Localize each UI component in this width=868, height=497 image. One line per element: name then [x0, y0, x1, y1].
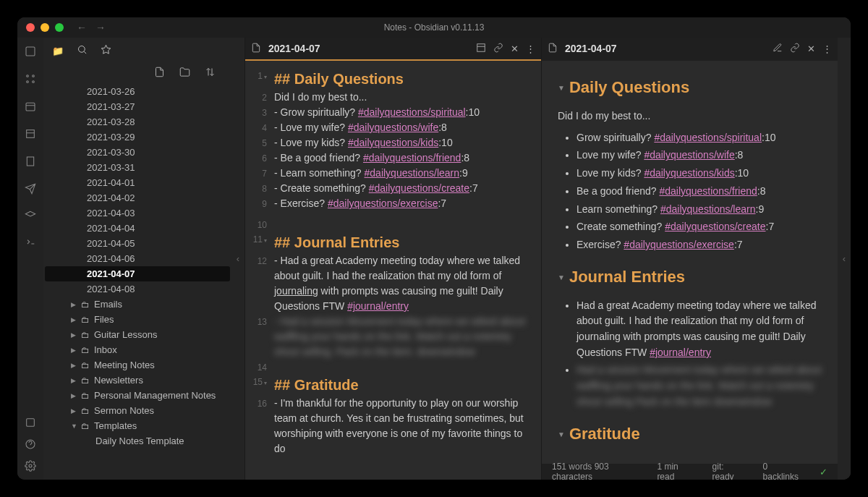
star-icon[interactable]	[101, 44, 111, 57]
file-item[interactable]: 2021-03-27	[43, 99, 231, 114]
link-pane-icon[interactable]	[493, 43, 503, 55]
sidebar-collapse-icon[interactable]: ‹	[231, 38, 244, 480]
search-icon[interactable]	[77, 44, 88, 57]
folder-item[interactable]: ▶🗀Personal Management Notes	[43, 388, 231, 403]
settings-icon[interactable]	[24, 459, 37, 472]
file-item[interactable]: 2021-04-06	[43, 251, 231, 266]
tag-link[interactable]: #dailyquestions/kids	[644, 167, 734, 179]
graph-view-icon[interactable]	[24, 72, 37, 85]
nav-back-icon[interactable]: ←	[77, 22, 87, 33]
vault-icon[interactable]	[24, 416, 37, 429]
tag-link[interactable]: #dailyquestions/spiritual	[358, 106, 466, 118]
notes-icon[interactable]	[24, 155, 37, 168]
more-options-icon[interactable]: ⋮	[822, 43, 832, 54]
new-note-icon[interactable]	[154, 67, 165, 80]
svg-point-14	[79, 46, 85, 53]
right-sidebar-collapse-icon[interactable]: ‹	[838, 38, 851, 480]
file-item[interactable]: 2021-04-08	[43, 281, 231, 297]
backlinks-count: 0 backlinks	[763, 462, 799, 480]
line-number: 11▾	[250, 231, 274, 253]
tag-link[interactable]: #dailyquestions/learn	[365, 167, 460, 179]
heading: ▼Journal Entries	[558, 265, 822, 289]
folder-item[interactable]: ▼🗀Templates	[43, 418, 231, 433]
editor-source[interactable]: 1▾## Daily Questions2Did I do my best to…	[245, 61, 541, 480]
file-item[interactable]: 2021-04-03	[43, 205, 231, 221]
tag-link[interactable]: #journal/entry	[650, 347, 711, 358]
folder-item[interactable]: ▶🗀Emails	[43, 297, 231, 312]
file-item[interactable]: 2021-03-29	[43, 129, 231, 145]
layers-icon[interactable]	[24, 210, 37, 223]
edit-mode-icon[interactable]	[773, 43, 783, 55]
list-item: Had a session Movement today where we wi…	[576, 362, 822, 409]
folder-icon: 🗀	[81, 315, 90, 325]
file-item[interactable]: 2021-04-07	[45, 266, 230, 281]
tag-link[interactable]: #dailyquestions/kids	[348, 137, 438, 148]
file-item[interactable]: 2021-04-04	[43, 221, 231, 236]
file-item[interactable]: 2021-04-05	[43, 236, 231, 251]
more-options-icon[interactable]: ⋮	[526, 43, 535, 54]
traffic-lights	[17, 23, 64, 32]
tag-link[interactable]: #dailyquestions/friend	[659, 185, 757, 197]
folder-icon: 🗀	[81, 300, 90, 310]
tag-link[interactable]: #dailyquestions/learn	[660, 203, 756, 215]
tag-link[interactable]: #dailyquestions/exercise	[624, 239, 734, 250]
line-number: 1▾	[250, 68, 274, 90]
folder-item[interactable]: ▶🗀Newsletters	[43, 373, 231, 388]
fold-caret-icon[interactable]: ▼	[558, 430, 565, 438]
template-icon[interactable]	[24, 127, 37, 140]
svg-rect-0	[26, 47, 35, 56]
link-pane-icon[interactable]	[790, 43, 800, 55]
file-item[interactable]: 2021-03-30	[43, 145, 231, 160]
new-folder-icon[interactable]	[179, 67, 190, 80]
folder-icon[interactable]: 📁	[52, 46, 64, 56]
tag-link[interactable]: #dailyquestions/wife	[348, 122, 438, 133]
folder-item[interactable]: ▶🗀Guitar Lessons	[43, 327, 231, 342]
file-item[interactable]: 2021-04-02	[43, 190, 231, 205]
file-item[interactable]: 2021-03-31	[43, 160, 231, 175]
close-pane-icon[interactable]: ✕	[511, 43, 519, 54]
tag-link[interactable]: #dailyquestions/create	[369, 182, 469, 194]
tag-link[interactable]: #dailyquestions/friend	[363, 152, 461, 163]
send-icon[interactable]	[24, 182, 37, 195]
daily-notes-icon[interactable]	[24, 100, 37, 113]
folder-icon: 🗀	[81, 375, 90, 386]
quick-switcher-icon[interactable]	[24, 45, 37, 58]
editor-preview[interactable]: ▼Daily QuestionsDid I do my best to...Gr…	[542, 61, 838, 464]
line-number: 8	[250, 181, 274, 196]
tag-link[interactable]: #journal/entry	[347, 300, 409, 312]
minimize-window-button[interactable]	[41, 23, 49, 32]
folder-item[interactable]: ▶🗀Inbox	[43, 342, 231, 357]
preview-mode-icon[interactable]	[476, 43, 486, 55]
folder-icon: 🗀	[81, 391, 90, 401]
zoom-window-button[interactable]	[55, 23, 64, 32]
list-item: Create something? #dailyquestions/create…	[576, 219, 822, 235]
folder-item[interactable]: ▶🗀Files	[43, 312, 231, 327]
tag-link[interactable]: #dailyquestions/exercise	[328, 197, 438, 209]
tag-link[interactable]: #dailyquestions/wife	[644, 149, 734, 161]
close-window-button[interactable]	[26, 23, 35, 32]
line-number: 14	[250, 360, 274, 374]
fold-caret-icon[interactable]: ▼	[558, 273, 565, 281]
folder-item[interactable]: ▶🗀Sermon Notes	[43, 403, 231, 418]
file-item[interactable]: 2021-03-26	[43, 84, 231, 99]
folder-caret-icon: ▶	[71, 301, 77, 308]
nav-forward-icon[interactable]: →	[95, 22, 106, 33]
command-icon[interactable]	[24, 237, 37, 250]
line-number: 2	[250, 90, 274, 105]
journal-list: Had a great Academy meeting today where …	[558, 298, 822, 410]
folder-icon: 🗀	[81, 345, 90, 355]
tag-link[interactable]: #dailyquestions/spiritual	[654, 132, 762, 143]
tag-link[interactable]: #dailyquestions/create	[665, 221, 765, 232]
line-number: 13	[250, 314, 274, 360]
file-item[interactable]: 2021-03-28	[43, 114, 231, 129]
folder-item[interactable]: ▶🗀Meeting Notes	[43, 357, 231, 373]
fold-caret-icon[interactable]: ▼	[558, 84, 565, 92]
sort-icon[interactable]	[205, 67, 216, 80]
file-item[interactable]: Daily Notes Template	[43, 433, 231, 449]
help-icon[interactable]	[24, 438, 37, 451]
folder-caret-icon: ▶	[71, 331, 77, 339]
file-item[interactable]: 2021-04-01	[43, 175, 231, 190]
close-pane-icon[interactable]: ✕	[807, 43, 815, 54]
folder-caret-icon: ▶	[71, 407, 77, 415]
git-status: git: ready	[712, 462, 743, 480]
